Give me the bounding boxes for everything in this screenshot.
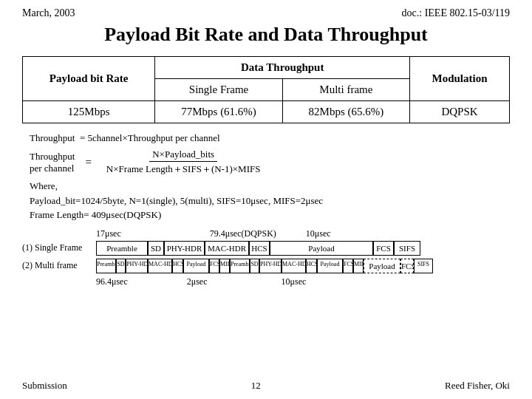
mf-payload1: Payload	[183, 259, 209, 273]
throughput-label: Throughput = 5channel×Throughput per cha…	[30, 132, 220, 143]
block-mac-hdr: MAC-HDR	[205, 241, 249, 256]
col-multi-frame: Multi frame	[282, 79, 409, 101]
block-preamble: Preamble	[96, 241, 148, 256]
block-sifs: SIFS	[394, 241, 420, 256]
multi-frame-label: (2) Multi frame	[22, 260, 96, 271]
multi-frame-blocks: Preamble SD PHY-HDR MAC-HDR HCS Payload …	[96, 259, 510, 273]
mf-hcs1: HCS	[172, 259, 183, 273]
mf-preamble1: Preamble	[96, 259, 116, 273]
single-frame-row: (1) Single Frame Preamble SD PHY-HDR MAC…	[22, 241, 510, 256]
block-hcs: HCS	[249, 241, 270, 256]
header-left: March, 2003	[22, 7, 75, 19]
block-fcs: FCS	[373, 241, 394, 256]
formula-denominator: N×Frame Length＋SIFS＋(N-1)×MIFS	[103, 162, 264, 176]
mf-mac2: MAC-HDR	[282, 259, 306, 273]
row1-single: 77Mbps (61.6%)	[155, 101, 282, 123]
mf-fcs2: FCS	[343, 259, 353, 273]
col-payload-bit-rate: Payload bit Rate	[23, 57, 155, 101]
mf-mac1: MAC-HDR	[148, 259, 172, 273]
col-data-throughput: Data Throughput	[155, 57, 410, 79]
time-10-multi: 10μsec	[282, 276, 307, 287]
main-table: Payload bit Rate Data Throughput Modulat…	[22, 56, 510, 123]
page-title: Payload Bit Rate and Data Throughput	[22, 24, 510, 46]
where-line3: Frame Length= 409μsec(DQPSK)	[30, 208, 510, 222]
mf-preamble2: Preamble	[230, 259, 250, 273]
footer: Submission 12 Reed Fisher, Oki	[22, 380, 510, 392]
where-line1: Where,	[30, 179, 510, 194]
formula-line: Throughput per channel = N×Payload_bits …	[30, 149, 510, 176]
footer-center: 12	[251, 380, 261, 392]
mf-phy2: PHY-HDR	[259, 259, 282, 273]
block-sd: SD	[148, 241, 164, 256]
formula-per-channel-label: per channel	[30, 163, 74, 174]
mf-phy1: PHY-HDR	[126, 259, 148, 273]
mf-hcs2: HCS	[306, 259, 317, 273]
throughput-equation: Throughput = 5channel×Throughput per cha…	[30, 132, 510, 144]
col-modulation: Modulation	[410, 57, 510, 101]
mf-mifs2: MIFS	[353, 259, 364, 273]
mf-mifs1: MIFS	[219, 259, 230, 273]
row1-modulation: DQPSK	[410, 101, 510, 123]
header-right: doc.: IEEE 802.15-03/119	[402, 7, 510, 19]
footer-right: Reed Fisher, Oki	[445, 380, 510, 392]
time-17: 17μsec	[96, 228, 121, 239]
row1-payload: 125Mbps	[23, 101, 155, 123]
single-frame-label: (1) Single Frame	[22, 242, 96, 253]
formula-fraction: N×Payload_bits N×Frame Length＋SIFS＋(N-1)…	[103, 149, 264, 176]
multi-frame-row: (2) Multi frame Preamble SD PHY-HDR MAC-…	[22, 259, 510, 273]
where-section: Where, Payload_bit=1024/5byte, N=1(singl…	[30, 179, 510, 222]
formula-numerator: N×Payload_bits	[149, 149, 217, 162]
mf-sd2: SD	[250, 259, 259, 273]
footer-left: Submission	[22, 380, 67, 392]
where-line2: Payload_bit=1024/5byte, N=1(single), 5(m…	[30, 194, 510, 208]
mf-fcs-dashed: FCS	[400, 259, 414, 273]
mf-payload2: Payload	[317, 259, 343, 273]
block-phy-hdr: PHY-HDR	[164, 241, 205, 256]
mf-fcs1: FCS	[209, 259, 219, 273]
mf-sd1: SD	[116, 259, 126, 273]
mf-sifs: SIFS	[414, 259, 433, 273]
single-frame-blocks: Preamble SD PHY-HDR MAC-HDR HCS Payload …	[96, 241, 510, 256]
formula-throughput-label: Throughput	[30, 151, 75, 163]
time-964: 96.4μsec	[96, 276, 128, 287]
formula-equals: =	[85, 156, 91, 168]
time-2: 2μsec	[187, 276, 208, 287]
mf-payload-dashed: Payload	[364, 259, 400, 273]
time-10-single: 10μsec	[306, 228, 331, 239]
diagram-section: 17μsec 79.4μsec(DQPSK) 10μsec (1) Single…	[22, 228, 510, 287]
block-payload: Payload	[270, 241, 373, 256]
col-single-frame: Single Frame	[155, 79, 282, 101]
time-794: 79.4μsec(DQPSK)	[210, 228, 276, 239]
row1-multi: 82Mbps (65.6%)	[282, 101, 409, 123]
